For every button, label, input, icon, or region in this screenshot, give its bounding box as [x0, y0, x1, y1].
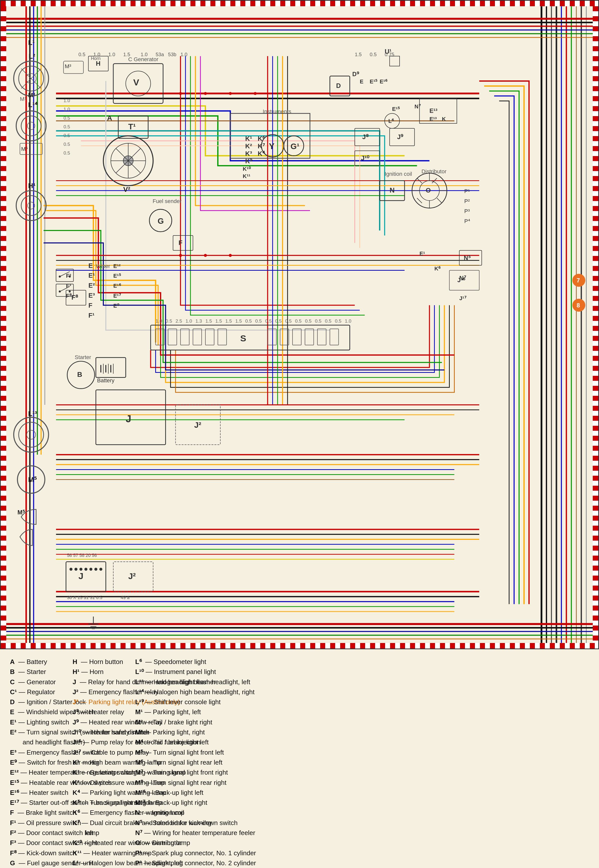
- svg-text:E¹⁶: E¹⁶: [113, 283, 121, 289]
- svg-text:J: J: [126, 413, 131, 424]
- svg-text:K¹⁰: K¹⁰: [243, 166, 251, 172]
- svg-text:E¹³: E¹³: [429, 116, 437, 122]
- legend-j8: J⁸ — Heater relay: [73, 707, 130, 717]
- svg-point-297: [59, 291, 61, 292]
- legend-m1: M¹ — Parking light, left: [135, 707, 193, 717]
- svg-text:0.5: 0.5: [285, 318, 292, 324]
- legend-p1: P¹ — Spark plug connector, No. 1 cylinde…: [135, 848, 193, 858]
- svg-text:E²: E²: [88, 282, 95, 289]
- legend-l14: L¹⁴ — Halogen high beam headlight, right: [135, 687, 193, 697]
- legend-l10: L¹⁰ — Instrument panel light: [135, 667, 193, 677]
- legend-l19: L¹⁹ — Shift lever console light: [135, 697, 193, 707]
- svg-text:T¹: T¹: [128, 122, 136, 131]
- svg-point-253: [254, 92, 257, 95]
- legend-e2: E² — Turn signal switch (switch for hand…: [10, 727, 68, 747]
- svg-text:Instruments: Instruments: [263, 108, 291, 115]
- svg-text:F: F: [178, 239, 182, 246]
- legend-j9: J⁹ — Heated rear window relay: [73, 717, 130, 727]
- legend-m3: M³ — Parking light, right: [135, 727, 193, 737]
- legend-k4: K⁴ — Parking light warning lamp: [73, 788, 130, 797]
- svg-text:F¹: F¹: [88, 312, 94, 319]
- svg-text:U¹: U¹: [385, 48, 391, 55]
- legend-l6: L⁶ — Speedometer light: [135, 657, 193, 667]
- svg-point-199: [69, 568, 72, 571]
- legend-f: F — Brake light switch: [10, 808, 68, 818]
- svg-text:D⁹: D⁹: [352, 71, 359, 77]
- svg-text:E⁹: E⁹: [113, 303, 119, 309]
- svg-text:0.5: 0.5: [265, 318, 272, 324]
- svg-text:P¹: P¹: [464, 188, 470, 194]
- svg-text:B: B: [77, 371, 82, 378]
- legend-e1: E¹ — Lighting switch: [10, 717, 68, 727]
- svg-text:L¹: L¹: [28, 39, 35, 47]
- legend-m2: M² — Tail / brake light right: [135, 717, 193, 727]
- svg-point-204: [94, 568, 97, 571]
- svg-point-255: [204, 254, 207, 257]
- svg-text:O: O: [426, 187, 431, 194]
- svg-text:M³: M³: [28, 92, 35, 98]
- svg-text:K⁶: K⁶: [257, 135, 265, 142]
- legend-m7: M⁷ — Turn signal light front right: [135, 767, 193, 778]
- svg-text:J²: J²: [194, 420, 201, 429]
- svg-text:1.5: 1.5: [225, 318, 232, 324]
- svg-text:F⁸: F⁸: [71, 294, 78, 301]
- svg-text:1.5: 1.5: [215, 318, 222, 324]
- svg-text:0.5: 0.5: [166, 318, 172, 324]
- legend-k7: K⁷ — Dual circuit brake and hand brake w…: [73, 818, 130, 838]
- svg-text:0.5: 0.5: [78, 52, 85, 57]
- wiring-svg-container: L² M¹ L¹⁴ M³ M⁵ V C Generator: [6, 6, 593, 643]
- svg-text:K²: K²: [245, 143, 252, 149]
- svg-text:K: K: [442, 116, 446, 122]
- svg-text:1.5: 1.5: [123, 52, 130, 57]
- svg-text:0.5: 0.5: [325, 318, 331, 324]
- svg-text:Ignition coil: Ignition coil: [385, 171, 412, 177]
- svg-text:1.0: 1.0: [181, 52, 187, 57]
- legend-n: N — Ignition coil: [135, 808, 193, 818]
- svg-text:E¹⁵: E¹⁵: [370, 78, 377, 84]
- legend-m5: M⁵ — Turn signal light front left: [135, 747, 193, 757]
- legend-n7: N⁷ — Wiring for heater temperature feele…: [135, 828, 193, 838]
- wiring-diagram-area: W⁶ W⁴ 15: [0, 0, 599, 649]
- svg-text:P⁴: P⁴: [464, 218, 470, 224]
- legend-m16: M¹⁶ — Back-up light left: [135, 788, 193, 797]
- svg-text:J: J: [78, 571, 83, 581]
- svg-text:K¹: K¹: [245, 135, 252, 142]
- svg-text:1.3: 1.3: [196, 318, 202, 324]
- svg-text:1.0: 1.0: [63, 107, 70, 112]
- legend-e16: E¹⁶ — Heater switch: [10, 788, 68, 797]
- svg-text:0.5: 0.5: [305, 318, 312, 324]
- legend-m17: M¹⁷ — Back-up light right: [135, 797, 193, 808]
- legend-k2: K² — Generator charging warning lamp: [73, 767, 130, 778]
- legend-e3: E³ — Emergency flasher switch: [10, 747, 68, 757]
- svg-text:1.0: 1.0: [63, 98, 70, 103]
- svg-text:K³: K³: [245, 150, 252, 157]
- svg-text:V²: V²: [123, 185, 130, 193]
- svg-text:1.0: 1.0: [345, 318, 351, 324]
- svg-text:E: E: [360, 78, 363, 84]
- svg-text:G: G: [158, 217, 164, 226]
- svg-text:P²: P²: [464, 198, 470, 204]
- legend-e15: E¹⁵ — Heatable rear window switch: [10, 778, 68, 788]
- svg-text:1.0: 1.0: [108, 52, 115, 57]
- svg-point-294: [69, 276, 71, 278]
- svg-text:0.5: 0.5: [275, 318, 281, 324]
- legend-e17: E¹⁷ — Starter out-off switch + back-up l…: [10, 797, 68, 808]
- svg-text:K¹¹: K¹¹: [243, 173, 250, 179]
- legend-h: H — Horn button: [73, 657, 130, 667]
- wiring-diagram-svg: L² M¹ L¹⁴ M³ M⁵ V C Generator: [6, 6, 593, 643]
- svg-text:49 a: 49 a: [121, 595, 129, 600]
- svg-text:0.5: 0.5: [63, 133, 70, 138]
- legend-g: G — Fuel gauge sender unit: [10, 858, 68, 868]
- legend-k6: K⁶ — Emergency flasher warning lamp: [73, 808, 130, 818]
- svg-point-201: [79, 568, 82, 571]
- legend-m6: M⁶ — Turn signal light rear left: [135, 757, 193, 767]
- legend-f3: F³ — Door contact switch right: [10, 838, 68, 848]
- svg-text:1.5: 1.5: [235, 318, 242, 324]
- svg-text:J⁸: J⁸: [362, 133, 369, 140]
- legend-c: C — Generator: [10, 677, 68, 687]
- svg-text:E¹: E¹: [88, 272, 95, 279]
- svg-text:L⁶: L⁶: [388, 118, 394, 124]
- svg-text:P³: P³: [464, 208, 470, 214]
- svg-text:53a: 53a: [155, 52, 164, 57]
- svg-point-250: [179, 92, 182, 95]
